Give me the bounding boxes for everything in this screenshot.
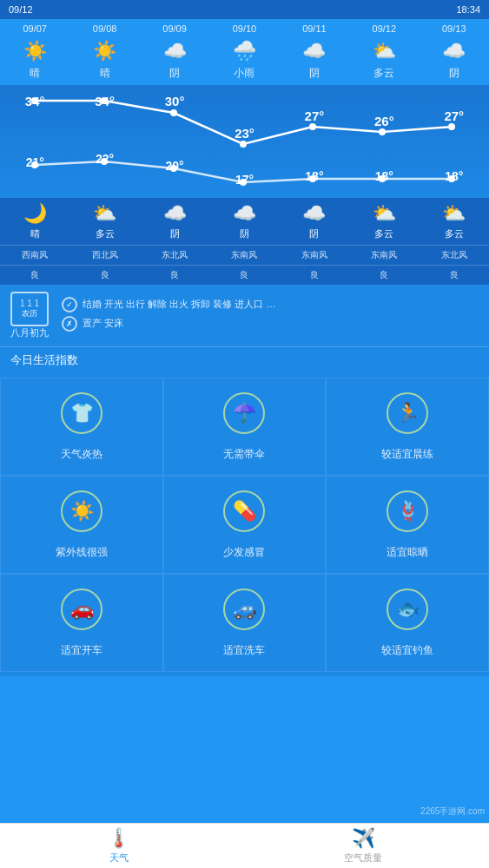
nav-icon: 🌡️ bbox=[107, 827, 130, 850]
night-condition: 晴 bbox=[30, 227, 40, 240]
night-icon: ☁️ bbox=[233, 202, 256, 225]
life-item[interactable]: 🏃 较适宜晨练 bbox=[326, 378, 489, 476]
weather-day: 09/09 ☁️ 阴 bbox=[140, 19, 209, 85]
life-item[interactable]: 💊 少发感冒 bbox=[163, 476, 327, 574]
day-icon: ☀️ bbox=[23, 40, 47, 62]
low-temp-label: 17° bbox=[209, 152, 279, 194]
quality-cell: 良 bbox=[420, 266, 489, 285]
life-index-grid: 👕 天气炎热 ☂️ 无需带伞 🏃 较适宜晨练 ☀️ 紫外线很强 💊 少发感冒 🪢… bbox=[0, 373, 489, 676]
wind-cell: 西南风 bbox=[0, 246, 69, 265]
life-item[interactable]: 🐟 较适宜钓鱼 bbox=[326, 574, 489, 672]
night-cell: ☁️ 阴 bbox=[209, 202, 279, 240]
low-temp-label: 18° bbox=[280, 152, 349, 194]
high-temp-label: 34° bbox=[69, 89, 139, 141]
life-item[interactable]: 🚙 适宜洗车 bbox=[163, 574, 327, 672]
day-icon: ☁️ bbox=[442, 40, 466, 62]
quality-cell: 良 bbox=[140, 266, 209, 285]
night-weather-row: 🌙 晴 ⛅ 多云 ☁️ 阴 ☁️ 阴 ☁️ 阴 ⛅ 多云 ⛅ 多云 bbox=[0, 198, 489, 245]
wind-cell: 东北风 bbox=[140, 246, 209, 265]
life-item-icon: ☀️ bbox=[60, 490, 103, 538]
auspicious-dot: ✓ bbox=[62, 297, 77, 312]
calendar-events: ✓ 结婚 开光 出行 解除 出火 拆卸 装修 进人口 … ✗ 置产 安床 bbox=[57, 297, 479, 335]
life-item[interactable]: 🪢 适宜晾晒 bbox=[326, 476, 489, 574]
life-item-label: 适宜洗车 bbox=[223, 643, 265, 658]
day-condition: 阴 bbox=[449, 66, 459, 81]
day-condition: 多云 bbox=[373, 66, 394, 81]
low-temp-label: 22° bbox=[69, 152, 139, 194]
auspicious-text: 结婚 开光 出行 解除 出火 拆卸 装修 进人口 … bbox=[83, 298, 275, 311]
day-icon: ☁️ bbox=[302, 40, 326, 62]
life-item-icon: 🚙 bbox=[222, 588, 266, 636]
nav-label: 天气 bbox=[109, 852, 129, 865]
night-condition: 阴 bbox=[170, 227, 180, 240]
night-cell: 🌙 晴 bbox=[0, 202, 69, 240]
status-bar-time: 18:34 bbox=[456, 4, 480, 15]
wind-cell: 东南风 bbox=[209, 246, 279, 265]
night-condition: 多云 bbox=[374, 227, 393, 240]
life-item-icon: 🐟 bbox=[386, 588, 429, 636]
life-item-icon: 🪢 bbox=[386, 490, 429, 538]
day-condition: 阴 bbox=[169, 66, 180, 81]
day-date: 09/12 bbox=[373, 23, 397, 34]
night-condition: 阴 bbox=[309, 227, 319, 240]
night-icon: ☁️ bbox=[302, 202, 326, 225]
svg-text:🚗: 🚗 bbox=[69, 597, 94, 621]
night-condition: 多云 bbox=[96, 227, 115, 240]
wind-cell: 东北风 bbox=[420, 246, 489, 265]
calendar-section: 1 1 1 农历 八月初九 ✓ 结婚 开光 出行 解除 出火 拆卸 装修 进人口… bbox=[0, 285, 489, 346]
life-item[interactable]: 👕 天气炎热 bbox=[0, 378, 163, 476]
weather-day: 09/11 ☁️ 阴 bbox=[280, 19, 349, 85]
life-item-icon: 🏃 bbox=[386, 391, 429, 440]
life-item[interactable]: ☂️ 无需带伞 bbox=[163, 378, 327, 476]
weather-day: 09/12 ⛅ 多云 bbox=[349, 19, 419, 85]
nav-item-天气[interactable]: 🌡️ 天气 bbox=[107, 827, 130, 865]
day-icon: 🌧️ bbox=[233, 40, 256, 62]
life-item-icon: ☂️ bbox=[222, 391, 266, 440]
status-bar: 09/12 18:34 bbox=[0, 0, 489, 19]
svg-text:🏃: 🏃 bbox=[396, 401, 420, 424]
low-temp-label: 18° bbox=[349, 152, 419, 194]
day-icon: ☀️ bbox=[93, 40, 116, 62]
high-temp-label: 27° bbox=[280, 89, 349, 141]
wind-row: 西南风西北风东北风东南风东南风东南风东北风 bbox=[0, 245, 489, 265]
quality-cell: 良 bbox=[0, 266, 69, 285]
svg-text:☀️: ☀️ bbox=[69, 499, 94, 523]
wind-cell: 东南风 bbox=[349, 246, 419, 265]
night-icon: ⛅ bbox=[442, 202, 466, 225]
svg-text:👕: 👕 bbox=[69, 401, 94, 424]
life-item[interactable]: 🚗 适宜开车 bbox=[0, 574, 163, 672]
life-index-title: 今日生活指数 bbox=[0, 346, 489, 373]
life-item-icon: 👕 bbox=[60, 391, 103, 440]
weather-days-container: 09/07 ☀️ 晴 09/08 ☀️ 晴 09/09 ☁️ 阴 09/10 🌧… bbox=[0, 19, 489, 85]
calendar-icon: 1 1 1 农历 bbox=[10, 292, 49, 326]
night-cell: ⛅ 多云 bbox=[349, 202, 419, 240]
nav-item-空气质量[interactable]: ✈️ 空气质量 bbox=[344, 827, 382, 865]
svg-text:☂️: ☂️ bbox=[233, 401, 257, 424]
low-temp-label: 21° bbox=[0, 152, 69, 194]
night-cell: ☁️ 阴 bbox=[140, 202, 209, 240]
weather-day: 09/07 ☀️ 晴 bbox=[0, 19, 69, 85]
night-icon: ⛅ bbox=[373, 202, 396, 225]
wind-cell: 西北风 bbox=[69, 246, 139, 265]
nav-icon: ✈️ bbox=[352, 827, 375, 850]
night-condition: 阴 bbox=[240, 227, 249, 240]
auspicious-row: ✓ 结婚 开光 出行 解除 出火 拆卸 装修 进人口 … bbox=[62, 297, 479, 312]
bottom-nav: 🌡️ 天气 ✈️ 空气质量 bbox=[0, 823, 489, 868]
high-temp-label: 34° bbox=[0, 89, 69, 141]
life-item-label: 紫外线很强 bbox=[56, 545, 108, 560]
weather-scroll: 09/07 ☀️ 晴 09/08 ☀️ 晴 09/09 ☁️ 阴 09/10 🌧… bbox=[0, 19, 489, 285]
day-date: 09/09 bbox=[162, 23, 187, 34]
wind-cell: 东南风 bbox=[280, 246, 349, 265]
weather-day: 09/08 ☀️ 晴 bbox=[69, 19, 139, 85]
svg-text:🚙: 🚙 bbox=[233, 597, 257, 621]
svg-text:🪢: 🪢 bbox=[396, 499, 420, 523]
nav-label: 空气质量 bbox=[344, 852, 382, 865]
high-temp-label: 27° bbox=[420, 89, 489, 141]
life-item-icon: 🚗 bbox=[60, 588, 103, 636]
temp-chart-area: 34°34°30°23°27°26°27° 21°22°20°17°18°18°… bbox=[0, 85, 489, 198]
life-item[interactable]: ☀️ 紫外线很强 bbox=[0, 476, 163, 574]
svg-point-3 bbox=[240, 141, 247, 148]
night-cell: ☁️ 阴 bbox=[280, 202, 349, 240]
weather-day: 09/10 🌧️ 小雨 bbox=[209, 19, 279, 85]
day-date: 09/08 bbox=[93, 23, 117, 34]
